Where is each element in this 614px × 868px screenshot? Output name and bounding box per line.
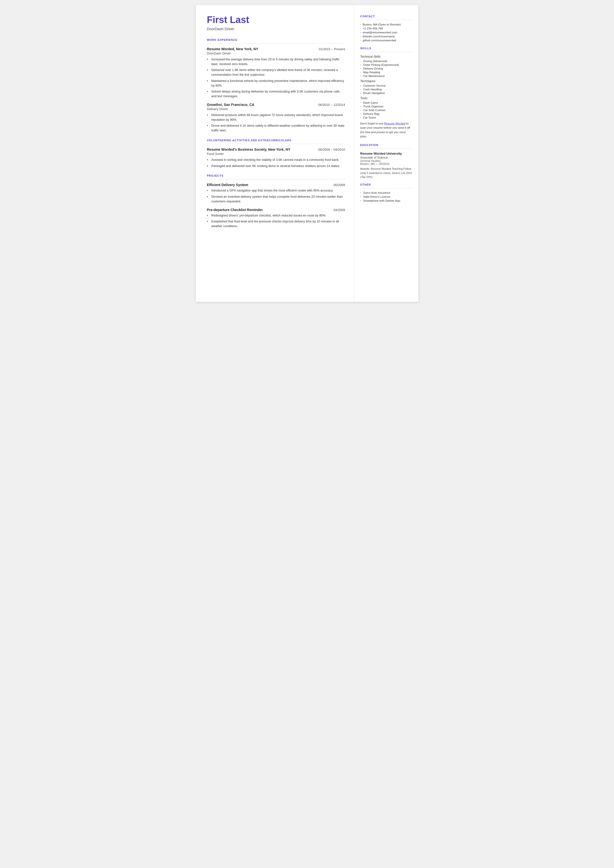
edu-location-date: Boston, MA — 05/2010 bbox=[360, 162, 412, 165]
vol-1-company: Resume Worded's Business Society, New Yo… bbox=[207, 148, 291, 151]
job-1-title: DoorDash Driver bbox=[207, 51, 345, 55]
job-1-date: 01/2015 – Present bbox=[319, 47, 345, 51]
techniques-label: Techniques: bbox=[360, 79, 412, 83]
skill-item: Customer Service bbox=[360, 84, 412, 87]
projects-title: PROJECTS bbox=[207, 174, 345, 177]
skills-title: SKILLS bbox=[360, 47, 412, 50]
bullet-item: Established that fluid level and tire pr… bbox=[207, 219, 345, 228]
right-column: CONTACT Boston, MA (Open to Remote) +1-2… bbox=[354, 5, 419, 302]
bullet-item: Devised an inventive delivery system tha… bbox=[207, 194, 345, 204]
bullet-item: Redesigned drivers' pre-departure checkl… bbox=[207, 213, 345, 218]
contact-title: CONTACT bbox=[360, 15, 412, 18]
left-column: First Last DoorDash Driver WORK EXPERIEN… bbox=[196, 5, 354, 302]
promo-text: Don't forget to use Resume Worded to sca… bbox=[360, 121, 412, 138]
tools-list: Dash Cams Trunk Organizer Car Seat Cushi… bbox=[360, 101, 412, 119]
skill-item: Trunk Organizer bbox=[360, 105, 412, 108]
bullet-item: Packaged and delivered over 6K cooking i… bbox=[207, 164, 345, 169]
edu-awards: Awards: Resume Worded Teaching Fellow (o… bbox=[360, 167, 412, 179]
resume-container: First Last DoorDash Driver WORK EXPERIEN… bbox=[196, 5, 419, 302]
other-item: Valid Driver's License. bbox=[360, 195, 412, 198]
edu-degree: Associate of Science bbox=[360, 156, 412, 159]
job-2: Growthsi, San Francisco, CA 06/2010 – 12… bbox=[207, 103, 345, 133]
promo-link[interactable]: Resume Worded bbox=[384, 122, 405, 125]
work-experience-divider bbox=[207, 43, 345, 43]
candidate-subtitle: DoorDash Driver bbox=[207, 27, 345, 31]
bullet-item: Solved delays arising during deliveries … bbox=[207, 89, 345, 99]
tools-label: Tools: bbox=[360, 96, 412, 100]
skill-item: Car Maintenance bbox=[360, 75, 412, 78]
job-2-date: 06/2010 – 12/2014 bbox=[318, 103, 345, 107]
job-2-title: Delivery Driver bbox=[207, 107, 345, 111]
other-divider bbox=[360, 188, 412, 188]
work-experience-title: WORK EXPERIENCE bbox=[207, 38, 345, 41]
technical-skills-list: Driving (Advanced) Order Picking (Experi… bbox=[360, 60, 412, 78]
skill-item: Driving (Advanced) bbox=[360, 60, 412, 63]
education-entry: Resume Worded University Associate of Sc… bbox=[360, 152, 412, 179]
other-title: OTHER bbox=[360, 183, 412, 186]
skill-item: Dash Cams bbox=[360, 101, 412, 104]
project-1: Efficient Delivery System 05/2009 Introd… bbox=[207, 183, 345, 203]
job-1: Resume Worded, New York, NY 01/2015 – Pr… bbox=[207, 47, 345, 99]
skill-item: Car Seat Cushion bbox=[360, 109, 412, 112]
job-1-company: Resume Worded, New York, NY bbox=[207, 47, 258, 51]
contact-location: Boston, MA (Open to Remote) bbox=[360, 23, 412, 26]
job-1-header: Resume Worded, New York, NY 01/2015 – Pr… bbox=[207, 47, 345, 51]
techniques-list: Customer Service Cash Handling Route Nav… bbox=[360, 84, 412, 95]
project-1-bullets: Introduced a GPS navigation app that sho… bbox=[207, 188, 345, 203]
vol-1-bullets: Assisted in sorting and checking the via… bbox=[207, 158, 345, 169]
volunteering-1: Resume Worded's Business Society, New Yo… bbox=[207, 148, 345, 169]
job-2-bullets: Delivered products within 48 hours (agai… bbox=[207, 113, 345, 133]
contact-phone: +1-234-456-789 bbox=[360, 27, 412, 30]
contact-divider bbox=[360, 20, 412, 20]
other-list: Geico Auto Insurance Valid Driver's Lice… bbox=[360, 191, 412, 202]
project-2: Pre-departure Checklist Reminder 04/2009… bbox=[207, 208, 345, 228]
other-item: Geico Auto Insurance bbox=[360, 191, 412, 194]
bullet-item: Delivered products within 48 hours (agai… bbox=[207, 113, 345, 122]
job-1-bullets: Increased the average delivery time from… bbox=[207, 57, 345, 99]
skill-item: Map Reading bbox=[360, 71, 412, 74]
skill-item: Car Scent bbox=[360, 116, 412, 119]
contact-list: Boston, MA (Open to Remote) +1-234-456-7… bbox=[360, 23, 412, 42]
project-2-header: Pre-departure Checklist Reminder 04/2009 bbox=[207, 208, 345, 212]
contact-email: email@resumeworded.com bbox=[360, 31, 412, 34]
promo-prefix: Don't forget to use bbox=[360, 122, 384, 125]
project-1-header: Efficient Delivery System 05/2009 bbox=[207, 183, 345, 187]
project-1-date: 05/2009 bbox=[333, 183, 345, 187]
other-item: Smartphone with Dasher App. bbox=[360, 199, 412, 202]
skill-item: Delivery Bag bbox=[360, 112, 412, 115]
education-title: EDUCATION bbox=[360, 143, 412, 146]
job-2-header: Growthsi, San Francisco, CA 06/2010 – 12… bbox=[207, 103, 345, 107]
project-1-name: Efficient Delivery System bbox=[207, 183, 248, 187]
volunteering-title: VOLUNTEERING ACTIVITIES AND EXTRACURRICU… bbox=[207, 139, 345, 142]
bullet-item: Delivered over 1.9K items within the com… bbox=[207, 68, 345, 77]
bullet-item: Drove and delivered 4.1K items safely in… bbox=[207, 123, 345, 133]
candidate-name: First Last bbox=[207, 15, 345, 25]
project-2-name: Pre-departure Checklist Reminder bbox=[207, 208, 263, 212]
vol-1-title: Food Sorter bbox=[207, 152, 345, 156]
project-2-date: 04/2009 bbox=[333, 208, 345, 212]
technical-label: Technical Skills: bbox=[360, 55, 412, 58]
skill-item: Cash Handling bbox=[360, 88, 412, 91]
vol-1-header: Resume Worded's Business Society, New Yo… bbox=[207, 148, 345, 151]
project-2-bullets: Redesigned drivers' pre-departure checkl… bbox=[207, 213, 345, 228]
skill-item: Route Navigation bbox=[360, 92, 412, 95]
skill-item: Order Picking (Experienced) bbox=[360, 63, 412, 66]
bullet-item: Maintained a functional vehicle by condu… bbox=[207, 79, 345, 88]
bullet-item: Assisted in sorting and checking the via… bbox=[207, 158, 345, 162]
skill-item: Delivery Driving bbox=[360, 67, 412, 70]
bullet-item: Introduced a GPS navigation app that sho… bbox=[207, 188, 345, 193]
bullet-item: Increased the average delivery time from… bbox=[207, 57, 345, 67]
edu-field: General Studies bbox=[360, 159, 412, 162]
contact-linkedin: linkedin.com/in/username bbox=[360, 35, 412, 38]
vol-1-date: 06/2009 – 04/2010 bbox=[318, 148, 345, 151]
contact-github: github.com/resumeworded bbox=[360, 39, 412, 42]
edu-school: Resume Worded University bbox=[360, 152, 412, 155]
job-2-company: Growthsi, San Francisco, CA bbox=[207, 103, 254, 107]
volunteering-divider bbox=[207, 144, 345, 144]
